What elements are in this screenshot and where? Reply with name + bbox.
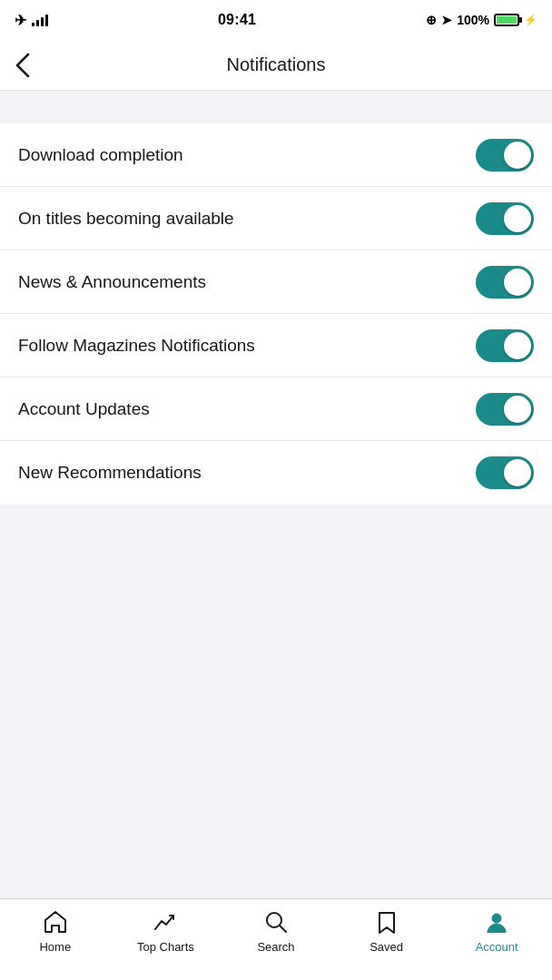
page-title: Notifications [227,54,326,75]
toggle-knob-follow-magazines [504,332,531,359]
toggle-knob-news-announcements [504,269,531,296]
setting-row-new-recommendations: New Recommendations [0,441,552,505]
setting-row-news-announcements: News & Announcements [0,250,552,314]
nav-item-top-charts[interactable]: Top Charts [111,908,222,954]
nav-item-home[interactable]: Home [0,908,111,954]
content-area [0,505,552,898]
setting-label-new-recommendations: New Recommendations [18,463,202,483]
nav-label-search: Search [257,940,294,954]
nav-item-account[interactable]: Account [441,908,552,954]
toggle-news-announcements[interactable] [476,266,534,299]
signal-bar-3 [41,17,44,26]
home-icon [42,908,69,936]
saved-icon [373,908,400,936]
setting-label-titles-available: On titles becoming available [18,209,234,229]
toggle-knob-account-updates [504,396,531,423]
location-icon: ⊕ [426,13,437,27]
toggle-knob-download-completion [504,142,531,169]
signal-bar-1 [32,23,34,26]
nav-item-saved[interactable]: Saved [331,908,442,954]
status-left: ✈ [15,12,48,29]
toggle-knob-new-recommendations [504,459,531,486]
setting-label-news-announcements: News & Announcements [18,272,206,292]
toggle-follow-magazines[interactable] [476,329,534,362]
nav-item-search[interactable]: Search [221,908,331,954]
signal-bars [32,14,48,26]
nav-label-home: Home [39,940,71,954]
status-bar: ✈ 09:41 ⊕ ➤ 100% ⚡ [0,0,552,40]
setting-row-download-completion: Download completion [0,123,552,187]
status-time: 09:41 [218,12,256,28]
nav-label-account: Account [476,940,518,954]
signal-bar-4 [45,15,48,26]
setting-label-download-completion: Download completion [18,145,183,165]
battery-percentage: 100% [457,13,489,27]
settings-list: Download completion On titles becoming a… [0,123,552,505]
signal-bar-2 [36,20,39,26]
bottom-nav: Home Top Charts Search Saved [0,898,552,980]
nav-label-top-charts: Top Charts [137,940,194,954]
toggle-new-recommendations[interactable] [476,456,534,489]
navigation-icon: ➤ [441,13,452,27]
top-charts-icon [152,908,179,936]
setting-label-account-updates: Account Updates [18,399,150,419]
svg-point-2 [492,914,501,923]
section-gap [0,91,552,123]
svg-line-1 [280,926,286,932]
airplane-icon: ✈ [15,12,26,29]
toggle-titles-available[interactable] [476,202,534,235]
setting-row-account-updates: Account Updates [0,377,552,441]
search-icon [262,908,290,936]
toggle-download-completion[interactable] [476,139,534,172]
charging-icon: ⚡ [524,14,537,26]
setting-row-titles-available: On titles becoming available [0,187,552,250]
toggle-account-updates[interactable] [476,393,534,426]
status-right: ⊕ ➤ 100% ⚡ [426,13,537,27]
battery-icon [494,14,519,26]
header: Notifications [0,40,552,91]
toggle-knob-titles-available [504,205,531,232]
setting-row-follow-magazines: Follow Magazines Notifications [0,314,552,377]
nav-label-saved: Saved [370,940,403,954]
account-icon [483,908,510,936]
setting-label-follow-magazines: Follow Magazines Notifications [18,336,255,356]
back-button[interactable] [15,52,31,79]
